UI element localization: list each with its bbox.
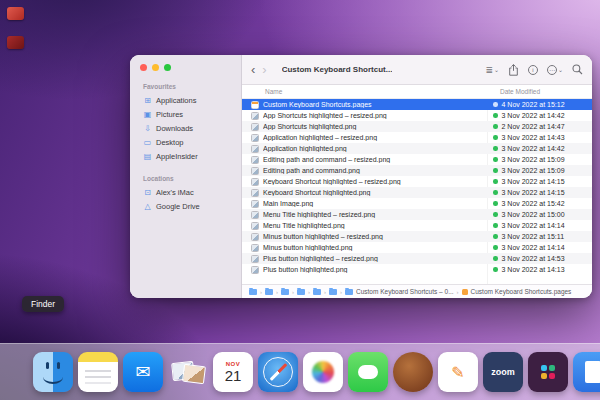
minimize-button[interactable] — [152, 64, 159, 71]
column-header-date-modified[interactable]: Date Modified — [487, 88, 592, 95]
sidebar-item-label: Google Drive — [156, 202, 200, 211]
file-row[interactable]: Menu Title highlighted.png 3 Nov 2022 at… — [242, 220, 592, 231]
file-row[interactable]: Menu Title highlighted – resized.png 3 N… — [242, 209, 592, 220]
dock-icon-notes[interactable] — [78, 352, 118, 392]
folder-icon[interactable] — [281, 289, 289, 295]
list-view-icon: ≣ — [485, 65, 493, 75]
dock-icon-zoom[interactable]: zoom — [483, 352, 523, 392]
info-icon: i — [532, 67, 533, 73]
path-separator: › — [276, 289, 278, 295]
folder-icon[interactable] — [297, 289, 305, 295]
sidebar-item[interactable]: ▤ AppleInsider — [140, 149, 237, 163]
file-row[interactable]: Plus button highlighted.png 3 Nov 2022 a… — [242, 264, 592, 275]
file-row[interactable]: Main Image.png 3 Nov 2022 at 15:42 — [242, 198, 592, 209]
sidebar-item[interactable]: ▣ Pictures — [140, 107, 237, 121]
file-name: Editing path and command – resized.png — [263, 156, 484, 163]
file-row[interactable]: Minus button highlighted.png 3 Nov 2022 … — [242, 242, 592, 253]
calendar-day: 21 — [225, 368, 242, 383]
view-mode-button[interactable]: ≣ ⌄ — [485, 65, 499, 75]
dock-icon-calendar[interactable]: NOV 21 — [213, 352, 253, 392]
file-row[interactable]: Application highlighted.png 3 Nov 2022 a… — [242, 143, 592, 154]
file-row[interactable]: Editing path and command.png 3 Nov 2022 … — [242, 165, 592, 176]
search-icon — [572, 64, 583, 75]
file-icon — [251, 244, 259, 252]
desktop-file-icon[interactable] — [7, 7, 24, 20]
ellipsis-icon: ⋯ — [547, 65, 557, 75]
toolbar: ‹ › Custom Keyboard Shortcut... ≣ ⌄ i ⋯ — [242, 55, 592, 85]
file-row[interactable]: Plus button highlighted – resized.png 3 … — [242, 253, 592, 264]
more-options-button[interactable]: ⋯ ⌄ — [547, 65, 563, 75]
dock-icon-podcasts[interactable] — [393, 352, 433, 392]
dock-icon-photos[interactable] — [303, 352, 343, 392]
desktop-file-icon[interactable] — [7, 36, 24, 49]
folder-icon[interactable] — [329, 289, 337, 295]
forward-button[interactable]: › — [262, 63, 266, 76]
folder-icon[interactable] — [249, 289, 257, 295]
sidebar-item[interactable]: △ Google Drive — [140, 199, 237, 213]
back-button[interactable]: ‹ — [251, 63, 255, 76]
pen-icon: ✎ — [451, 363, 464, 382]
path-crumb-file-label: Custom Keyboard Shortcuts.pages — [471, 288, 572, 295]
dock-icon-safari[interactable] — [258, 352, 298, 392]
file-row[interactable]: Minus button highlighted – resized.png 3… — [242, 231, 592, 242]
path-crumb-folder[interactable]: Custom Keyboard Shortcuts – 0... — [345, 288, 454, 295]
dock-icon-slack[interactable] — [528, 352, 568, 392]
file-row[interactable]: App Shortcuts highlighted – resized.png … — [242, 110, 592, 121]
file-row[interactable]: App Shortcuts highlighted.png 2 Nov 2022… — [242, 121, 592, 132]
dock-icon-pages[interactable]: ✎ — [438, 352, 478, 392]
dock-icon-docs[interactable] — [573, 352, 600, 392]
toolbar-actions: ≣ ⌄ i ⋯ ⌄ — [485, 64, 583, 76]
file-date-modified: 3 Nov 2022 at 14:42 — [502, 112, 565, 119]
sidebar-item[interactable]: ▭ Desktop — [140, 135, 237, 149]
finder-tooltip: Finder — [22, 296, 64, 312]
chevron-down-icon: ⌄ — [558, 66, 563, 73]
file-name: Editing path and command.png — [263, 167, 484, 174]
sync-status-dot — [493, 212, 498, 217]
file-date-modified: 3 Nov 2022 at 14:14 — [502, 244, 565, 251]
file-icon — [251, 255, 259, 263]
window-main: ‹ › Custom Keyboard Shortcut... ≣ ⌄ i ⋯ — [242, 55, 592, 298]
dock-icon-mail[interactable]: ✉ — [123, 352, 163, 392]
document-icon — [585, 361, 600, 383]
folder-icon[interactable] — [313, 289, 321, 295]
column-header-name[interactable]: Name — [242, 88, 487, 95]
file-date-modified: 2 Nov 2022 at 14:47 — [502, 123, 565, 130]
path-separator: › — [260, 289, 262, 295]
sidebar-item[interactable]: ⊞ Applications — [140, 93, 237, 107]
file-row[interactable]: Keyboard Shortcut highlighted.png 3 Nov … — [242, 187, 592, 198]
file-date-modified: 3 Nov 2022 at 14:43 — [502, 134, 565, 141]
path-crumb-file[interactable]: Custom Keyboard Shortcuts.pages — [462, 288, 572, 295]
share-button[interactable] — [508, 64, 519, 76]
file-date-modified: 3 Nov 2022 at 14:42 — [502, 145, 565, 152]
sidebar-item[interactable]: ⊡ Alex's iMac — [140, 185, 237, 199]
folder-icon[interactable] — [265, 289, 273, 295]
file-name: Menu Title highlighted – resized.png — [263, 211, 484, 218]
chevron-down-icon: ⌄ — [494, 66, 499, 73]
file-name: App Shortcuts highlighted.png — [263, 123, 484, 130]
search-button[interactable] — [572, 64, 583, 75]
file-row[interactable]: Application highlighted – resized.png 3 … — [242, 132, 592, 143]
info-button[interactable]: i — [528, 65, 538, 75]
sidebar-item[interactable]: ⇩ Downloads — [140, 121, 237, 135]
file-icon — [251, 222, 259, 230]
file-date-modified: 3 Nov 2022 at 15:11 — [502, 233, 565, 240]
sync-status-dot — [493, 179, 498, 184]
file-row[interactable]: Keyboard Shortcut highlighted – resized.… — [242, 176, 592, 187]
dock-icon-preview[interactable] — [168, 352, 208, 392]
file-row[interactable]: Editing path and command – resized.png 3… — [242, 154, 592, 165]
file-name: Keyboard Shortcut highlighted – resized.… — [263, 178, 484, 185]
sidebar-item-icon: ⇩ — [143, 124, 152, 133]
zoom-button[interactable] — [164, 64, 171, 71]
window-controls — [140, 64, 237, 71]
dock-icon-messages[interactable] — [348, 352, 388, 392]
close-button[interactable] — [140, 64, 147, 71]
file-row[interactable]: Custom Keyboard Shortcuts.pages 4 Nov 20… — [242, 99, 592, 110]
sync-status-dot — [493, 190, 498, 195]
sync-status-dot — [493, 234, 498, 239]
file-name: Application highlighted – resized.png — [263, 134, 484, 141]
dock-icon-finder[interactable] — [33, 352, 73, 392]
file-icon — [251, 145, 259, 153]
locations-list: ⊡ Alex's iMac △ Google Drive — [140, 185, 237, 213]
sync-status-dot — [493, 256, 498, 261]
file-icon — [251, 178, 259, 186]
